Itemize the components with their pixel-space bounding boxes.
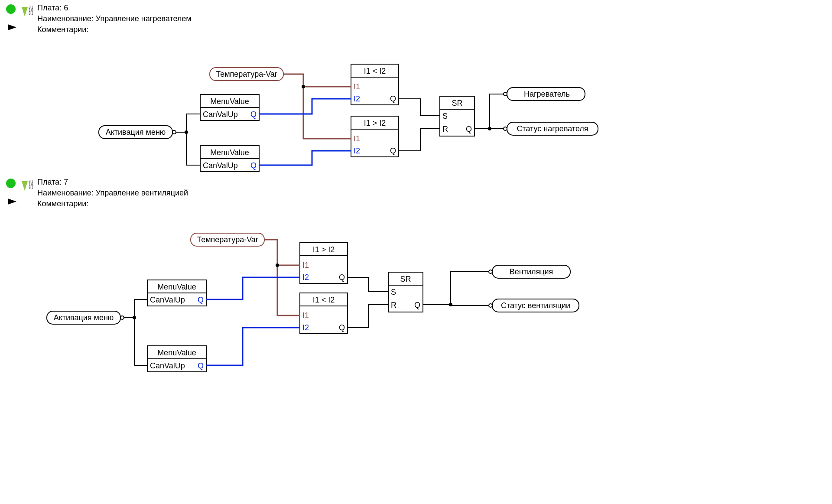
svg-point-4	[172, 130, 176, 134]
svg-text:Нагреватель: Нагреватель	[524, 90, 570, 98]
svg-point-76	[489, 270, 492, 273]
svg-text:I2: I2	[354, 94, 360, 103]
svg-text:Температура-Var: Температура-Var	[216, 70, 277, 78]
block-temp-var: Температура-Var	[191, 233, 264, 246]
svg-point-37	[504, 127, 507, 130]
block-output-heater-status: Статус нагревателя	[504, 122, 598, 135]
svg-text:Q: Q	[250, 161, 257, 170]
svg-text:SR: SR	[400, 275, 411, 283]
block-cmp-gt: I1 > I2 I1 I2 Q	[300, 243, 348, 283]
svg-text:R: R	[442, 125, 448, 133]
svg-text:I2: I2	[302, 273, 309, 282]
svg-text:MenuValue: MenuValue	[210, 97, 249, 106]
block-output-vent: Вентиляция	[489, 265, 570, 278]
block-output-vent-status: Статус вентиляции	[489, 299, 579, 312]
block-sr: SR S R Q	[388, 272, 423, 312]
svg-text:MenuValue: MenuValue	[157, 283, 196, 291]
svg-text:SR: SR	[452, 99, 462, 107]
block-cmp-gt: I1 > I2 I1 I2 Q	[351, 116, 399, 157]
svg-text:Активация  меню: Активация меню	[106, 128, 166, 137]
block-menuvalue-2: MenuValue CanValUp Q	[200, 146, 259, 172]
svg-text:CanValUp: CanValUp	[203, 161, 238, 170]
name-label: Наименование:	[37, 189, 94, 197]
svg-text:Q: Q	[198, 361, 204, 370]
svg-text:Q: Q	[390, 146, 396, 155]
block-sr: SR S R Q	[440, 96, 474, 136]
svg-text:Q: Q	[198, 296, 204, 304]
svg-text:Q: Q	[339, 323, 345, 332]
svg-text:I1 < I2: I1 < I2	[313, 296, 335, 304]
block-menuvalue-2: MenuValue CanValUp Q	[147, 346, 206, 372]
block-menu-activation: Активация меню	[99, 126, 176, 139]
svg-text:I1 < I2: I1 < I2	[364, 67, 386, 75]
svg-text:I1: I1	[354, 82, 360, 91]
svg-text:MenuValue: MenuValue	[157, 348, 196, 357]
block-output-heater: Нагреватель	[504, 88, 585, 101]
svg-text:S: S	[442, 112, 448, 120]
svg-point-83	[449, 303, 452, 306]
svg-text:Q: Q	[250, 110, 257, 119]
svg-text:CanValUp: CanValUp	[150, 296, 185, 304]
status-dot-icon	[6, 179, 16, 190]
name-value: Управление вентиляцией	[96, 189, 188, 197]
svg-text:S: S	[391, 288, 396, 296]
svg-text:CanValUp: CanValUp	[150, 361, 185, 370]
svg-text:I2: I2	[302, 323, 309, 332]
svg-point-34	[504, 92, 507, 96]
svg-text:Вентиляция: Вентиляция	[510, 267, 553, 276]
diagram-2: Температура-Var Активация меню MenuValue…	[0, 204, 832, 429]
svg-point-46	[120, 316, 124, 319]
svg-text:CanValUp: CanValUp	[203, 110, 238, 119]
svg-text:R: R	[391, 301, 396, 309]
plate-label: Плата:	[37, 178, 62, 186]
svg-text:Статус нагревателя: Статус нагревателя	[517, 124, 588, 133]
svg-point-41	[488, 127, 491, 130]
svg-text:I2: I2	[354, 146, 360, 155]
svg-text:Температура-Var: Температура-Var	[197, 235, 258, 244]
plate-value: 7	[64, 178, 68, 186]
page: 011001 Плата: 6 Наименование: Управление…	[0, 0, 832, 504]
svg-point-82	[133, 316, 136, 319]
svg-point-39	[302, 85, 305, 88]
block-menuvalue-1: MenuValue CanValUp Q	[200, 94, 259, 120]
svg-text:I1: I1	[302, 311, 309, 320]
svg-text:MenuValue: MenuValue	[210, 148, 249, 157]
svg-text:I1 > I2: I1 > I2	[313, 245, 335, 254]
svg-point-79	[489, 304, 492, 307]
svg-text:Статус вентиляции: Статус вентиляции	[501, 301, 570, 310]
svg-text:Q: Q	[339, 273, 345, 282]
svg-text:Q: Q	[414, 301, 420, 309]
diagram-1: Температура-Var Активация меню MenuValue…	[0, 0, 832, 182]
block-temp-var: Температура-Var	[210, 68, 283, 81]
block-menu-activation: Активация меню	[47, 311, 124, 324]
svg-text:I1: I1	[354, 134, 360, 143]
binary-icon: 011001	[29, 180, 34, 189]
svg-text:Q: Q	[466, 125, 472, 133]
svg-text:Q: Q	[390, 94, 396, 103]
svg-point-81	[276, 263, 279, 267]
svg-point-40	[185, 130, 188, 134]
svg-text:I1: I1	[302, 261, 309, 270]
svg-text:I1 > I2: I1 > I2	[364, 119, 386, 127]
download-icon	[22, 181, 28, 193]
block-menuvalue-1: MenuValue CanValUp Q	[147, 280, 206, 306]
block-cmp-lt: I1 < I2 I1 I2 Q	[351, 64, 399, 105]
svg-text:Активация  меню: Активация меню	[54, 313, 114, 322]
block-cmp-lt: I1 < I2 I1 I2 Q	[300, 293, 348, 334]
